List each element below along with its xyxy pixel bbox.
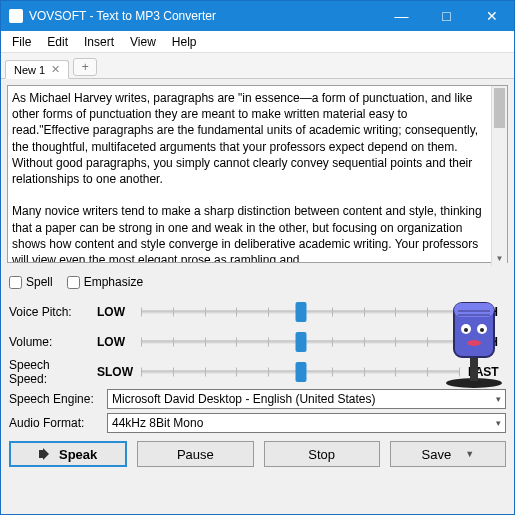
menu-insert[interactable]: Insert bbox=[77, 33, 121, 51]
speed-low: SLOW bbox=[97, 365, 133, 379]
speed-label: Speech Speed: bbox=[9, 358, 89, 386]
menu-edit[interactable]: Edit bbox=[40, 33, 75, 51]
spell-checkbox-label[interactable]: Spell bbox=[9, 275, 53, 289]
chevron-down-icon: ▼ bbox=[465, 449, 474, 459]
engine-label: Speech Engine: bbox=[9, 392, 101, 406]
app-window: VOVSOFT - Text to MP3 Converter ― □ ✕ Fi… bbox=[0, 0, 515, 515]
tab-close-icon[interactable]: ✕ bbox=[51, 63, 60, 76]
text-area-wrap: ▲ ▼ bbox=[7, 85, 508, 267]
speed-slider[interactable] bbox=[141, 362, 460, 382]
menu-view[interactable]: View bbox=[123, 33, 163, 51]
format-row: Audio Format: 44kHz 8Bit Mono ▾ bbox=[1, 411, 514, 435]
scrollbar[interactable]: ▲ ▼ bbox=[491, 86, 507, 266]
menu-help[interactable]: Help bbox=[165, 33, 204, 51]
save-button[interactable]: Save ▼ bbox=[390, 441, 506, 467]
document-textarea[interactable] bbox=[7, 85, 508, 263]
speaker-icon bbox=[39, 448, 53, 460]
format-select[interactable]: 44kHz 8Bit Mono ▾ bbox=[107, 413, 506, 433]
svg-point-9 bbox=[480, 328, 484, 332]
chevron-down-icon: ▾ bbox=[496, 394, 501, 404]
emphasize-checkbox[interactable] bbox=[67, 276, 80, 289]
microphone-icon bbox=[438, 297, 510, 389]
spell-checkbox[interactable] bbox=[9, 276, 22, 289]
app-icon bbox=[9, 9, 23, 23]
button-row: Speak Pause Stop Save ▼ bbox=[1, 435, 514, 475]
format-label: Audio Format: bbox=[9, 416, 101, 430]
minimize-button[interactable]: ― bbox=[379, 1, 424, 31]
volume-low: LOW bbox=[97, 335, 133, 349]
volume-slider[interactable] bbox=[141, 332, 460, 352]
pitch-label: Voice Pitch: bbox=[9, 305, 89, 319]
engine-select[interactable]: Microsoft David Desktop - English (Unite… bbox=[107, 389, 506, 409]
pitch-slider[interactable] bbox=[141, 302, 460, 322]
speak-button[interactable]: Speak bbox=[9, 441, 127, 467]
svg-rect-1 bbox=[470, 355, 478, 381]
titlebar: VOVSOFT - Text to MP3 Converter ― □ ✕ bbox=[1, 1, 514, 31]
pitch-low: LOW bbox=[97, 305, 133, 319]
chevron-down-icon: ▾ bbox=[496, 418, 501, 428]
tab-label: New 1 bbox=[14, 64, 45, 76]
window-title: VOVSOFT - Text to MP3 Converter bbox=[29, 9, 379, 23]
menubar: File Edit Insert View Help bbox=[1, 31, 514, 53]
stop-button[interactable]: Stop bbox=[264, 441, 380, 467]
sliders-panel: Voice Pitch: LOW HIGH Volume: LOW HIGH S… bbox=[1, 295, 514, 387]
svg-point-7 bbox=[464, 328, 468, 332]
scroll-thumb[interactable] bbox=[494, 88, 505, 128]
options-row: Spell Emphasize bbox=[1, 273, 514, 295]
scroll-down-icon[interactable]: ▼ bbox=[492, 250, 507, 266]
close-button[interactable]: ✕ bbox=[469, 1, 514, 31]
emphasize-checkbox-label[interactable]: Emphasize bbox=[67, 275, 143, 289]
new-tab-button[interactable]: + bbox=[73, 58, 97, 76]
menu-file[interactable]: File bbox=[5, 33, 38, 51]
pause-button[interactable]: Pause bbox=[137, 441, 253, 467]
volume-label: Volume: bbox=[9, 335, 89, 349]
svg-point-10 bbox=[467, 340, 481, 346]
engine-row: Speech Engine: Microsoft David Desktop -… bbox=[1, 387, 514, 411]
tab-active[interactable]: New 1 ✕ bbox=[5, 60, 69, 79]
tabbar: New 1 ✕ + bbox=[1, 53, 514, 79]
maximize-button[interactable]: □ bbox=[424, 1, 469, 31]
